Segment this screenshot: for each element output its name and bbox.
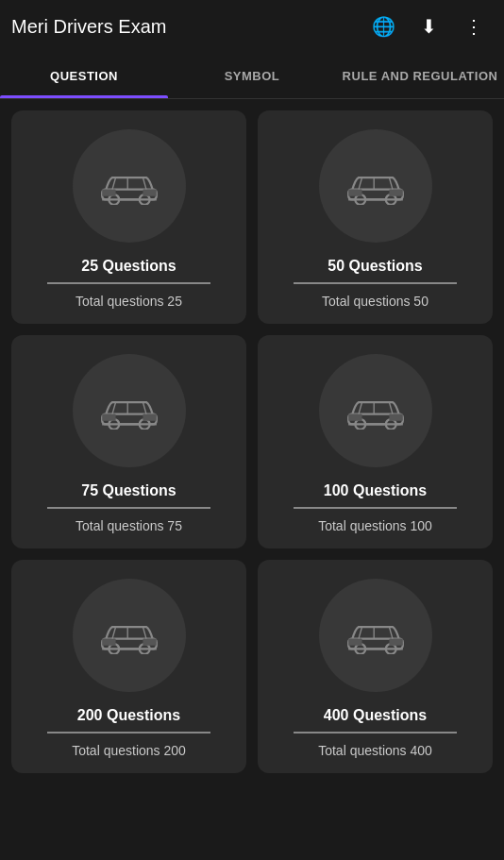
card-400-title: 400 Questions: [324, 707, 427, 724]
globe-icon[interactable]: 🌐: [364, 8, 402, 45]
card-25-divider: [47, 282, 211, 284]
svg-rect-28: [348, 639, 361, 646]
card-200-questions[interactable]: 200 Questions Total questions 200: [11, 560, 246, 773]
card-75-title: 75 Questions: [81, 482, 176, 499]
card-50-subtitle: Total questions 50: [322, 294, 428, 309]
svg-rect-4: [143, 190, 156, 196]
card-75-subtitle: Total questions 75: [76, 518, 182, 533]
car-icon-circle: [73, 354, 186, 467]
more-icon[interactable]: ⋮: [455, 8, 493, 45]
car-icon: [342, 616, 410, 654]
card-25-title: 25 Questions: [81, 258, 176, 275]
car-icon: [342, 392, 410, 430]
app-title: Meri Drivers Exam: [11, 16, 166, 38]
svg-rect-18: [348, 414, 361, 421]
card-25-questions[interactable]: 25 Questions Total questions 25: [11, 110, 246, 324]
card-400-divider: [294, 732, 458, 734]
app-bar-actions: 🌐 ⬇ ⋮: [364, 8, 493, 45]
tab-bar: QUESTION SYMBOL RULE AND REGULATION: [0, 53, 504, 99]
car-icon-circle: [319, 579, 432, 692]
svg-rect-9: [389, 190, 402, 196]
card-100-subtitle: Total questions 100: [318, 518, 432, 533]
svg-rect-14: [143, 414, 156, 421]
svg-rect-8: [348, 190, 361, 196]
card-400-subtitle: Total questions 400: [318, 743, 432, 758]
svg-rect-19: [389, 414, 402, 421]
card-400-questions[interactable]: 400 Questions Total questions 400: [258, 560, 493, 773]
car-icon-circle: [73, 579, 186, 692]
card-75-divider: [47, 507, 211, 509]
card-100-questions[interactable]: 100 Questions Total questions 100: [258, 335, 493, 548]
tab-symbol[interactable]: SYMBOL: [168, 53, 336, 98]
card-50-divider: [294, 282, 458, 284]
svg-rect-3: [102, 190, 115, 196]
card-100-title: 100 Questions: [324, 482, 427, 499]
car-icon: [95, 616, 163, 654]
car-icon: [95, 167, 163, 205]
card-50-title: 50 Questions: [328, 258, 422, 275]
car-icon: [95, 392, 163, 430]
download-icon[interactable]: ⬇: [410, 8, 447, 45]
tab-question[interactable]: QUESTION: [0, 53, 168, 98]
card-200-subtitle: Total questions 200: [72, 743, 186, 758]
car-icon-circle: [73, 129, 186, 243]
card-100-divider: [294, 507, 458, 509]
card-25-subtitle: Total questions 25: [76, 294, 182, 309]
svg-rect-29: [389, 639, 402, 646]
card-50-questions[interactable]: 50 Questions Total questions 50: [258, 110, 493, 324]
svg-rect-13: [102, 414, 115, 421]
card-75-questions[interactable]: 75 Questions Total questions 75: [11, 335, 246, 548]
car-icon-circle: [319, 354, 432, 467]
app-bar: Meri Drivers Exam 🌐 ⬇ ⋮: [0, 0, 504, 53]
card-200-title: 200 Questions: [77, 707, 180, 724]
svg-rect-23: [102, 639, 115, 646]
tab-rule[interactable]: RULE AND REGULATION: [336, 53, 504, 98]
car-icon: [342, 167, 410, 205]
svg-rect-24: [143, 639, 156, 646]
car-icon-circle: [319, 129, 432, 243]
card-200-divider: [47, 732, 211, 734]
cards-grid: 25 Questions Total questions 25 50 Quest…: [0, 99, 504, 784]
